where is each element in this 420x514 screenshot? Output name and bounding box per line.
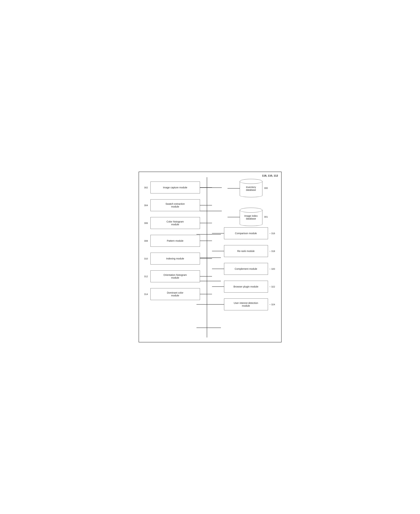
- module-box-314: Dominant colormodule: [150, 288, 200, 300]
- module-box-306: Color histogrammodule: [150, 217, 200, 229]
- module-label-306: 306: [144, 222, 149, 224]
- module-label-312: 312: [144, 275, 149, 278]
- right-module-row-324: User interest detectionmodule ~ 324: [224, 299, 276, 310]
- db-top-301: [240, 208, 262, 213]
- module-box-312: Orientation histogrammodule: [150, 270, 200, 282]
- db-bottom-300: [240, 194, 262, 197]
- right-module-box-320: Complement module: [224, 263, 268, 275]
- module-row-302: 302 Image capture module: [144, 182, 200, 193]
- db-cylinder-301: Image indexdatabase: [240, 208, 262, 226]
- right-label-320: ~ 320: [269, 268, 276, 270]
- module-box-308: Pattern module: [150, 235, 200, 247]
- module-box-310: Indexing module: [150, 253, 200, 264]
- module-label-310: 310: [144, 257, 149, 260]
- module-row-310: 310 Indexing module: [144, 253, 200, 264]
- right-module-row-316: Comparison module ~ 316: [224, 227, 276, 239]
- module-label-302: 302: [144, 186, 149, 189]
- right-label-324: ~ 324: [269, 303, 276, 306]
- db-label-301: 301: [264, 215, 269, 218]
- right-module-box-316: Comparison module: [224, 227, 268, 239]
- right-label-316: ~ 316: [269, 232, 276, 235]
- right-module-box-322: Browser plugin module: [224, 281, 268, 293]
- right-module-row-320: Complement module ~ 320: [224, 263, 276, 275]
- diagram-top-label: 118, 110, 112: [262, 174, 278, 177]
- module-label-308: 308: [144, 240, 149, 242]
- right-module-row-318: Re-rank module ~ 318: [224, 245, 276, 257]
- right-label-322: ~ 322: [269, 285, 276, 288]
- right-module-box-318: Re-rank module: [224, 245, 268, 257]
- module-label-314: 314: [144, 293, 149, 295]
- db-row-300: Inventorydatabase 300: [240, 179, 276, 197]
- diagram-container: 118, 110, 112: [139, 172, 282, 342]
- db-row-301: Image indexdatabase 301: [240, 208, 276, 226]
- right-module-row-322: Browser plugin module ~ 322: [224, 281, 276, 293]
- right-module-box-324: User interest detectionmodule: [224, 299, 268, 310]
- module-row-308: 308 Pattern module: [144, 235, 200, 247]
- right-label-318: ~ 318: [269, 250, 276, 252]
- module-box-302: Image capture module: [150, 182, 200, 193]
- module-row-314: 314 Dominant colormodule: [144, 288, 200, 300]
- db-bottom-301: [240, 222, 262, 226]
- db-label-300: 300: [264, 187, 269, 189]
- db-top-300: [240, 179, 262, 184]
- module-row-306: 306 Color histogrammodule: [144, 217, 200, 229]
- db-cylinder-300: Inventorydatabase: [240, 179, 262, 197]
- module-row-312: 312 Orientation histogrammodule: [144, 270, 200, 282]
- module-row-304: 304 Swatch extractionmodule: [144, 199, 200, 211]
- module-box-304: Swatch extractionmodule: [150, 199, 200, 211]
- module-label-304: 304: [144, 204, 149, 207]
